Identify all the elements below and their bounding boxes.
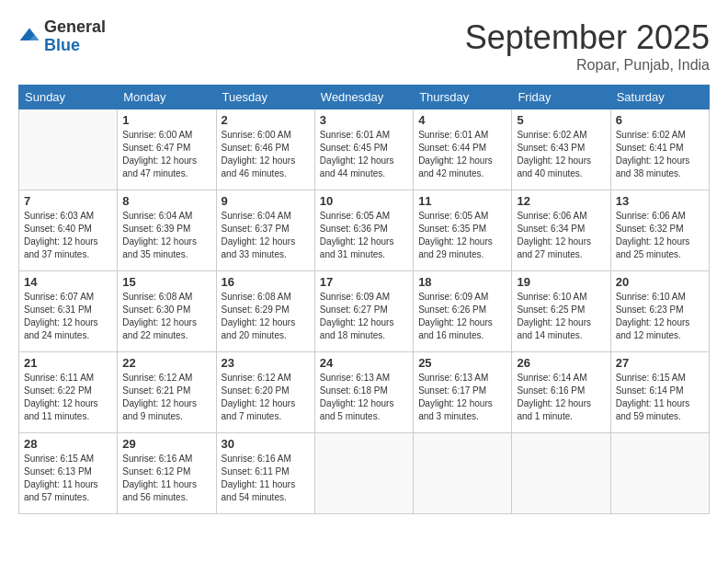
calendar-header-row: SundayMondayTuesdayWednesdayThursdayFrid… bbox=[19, 86, 710, 109]
day-number: 6 bbox=[616, 113, 704, 127]
calendar-cell bbox=[19, 109, 118, 190]
day-number: 7 bbox=[24, 194, 112, 208]
day-info: Sunrise: 6:01 AM Sunset: 6:45 PM Dayligh… bbox=[320, 129, 408, 180]
calendar-header-wednesday: Wednesday bbox=[314, 86, 413, 109]
day-info: Sunrise: 6:07 AM Sunset: 6:31 PM Dayligh… bbox=[24, 291, 112, 342]
calendar-week-0: 1Sunrise: 6:00 AM Sunset: 6:47 PM Daylig… bbox=[19, 109, 710, 190]
day-info: Sunrise: 6:05 AM Sunset: 6:36 PM Dayligh… bbox=[320, 210, 408, 261]
day-info: Sunrise: 6:02 AM Sunset: 6:41 PM Dayligh… bbox=[616, 129, 704, 180]
day-number: 22 bbox=[122, 356, 210, 370]
calendar-cell: 26Sunrise: 6:14 AM Sunset: 6:16 PM Dayli… bbox=[512, 352, 610, 433]
day-info: Sunrise: 6:01 AM Sunset: 6:44 PM Dayligh… bbox=[418, 129, 506, 180]
day-info: Sunrise: 6:16 AM Sunset: 6:12 PM Dayligh… bbox=[122, 453, 210, 504]
calendar-week-4: 28Sunrise: 6:15 AM Sunset: 6:13 PM Dayli… bbox=[19, 433, 710, 514]
day-number: 17 bbox=[320, 275, 408, 289]
day-number: 20 bbox=[616, 275, 704, 289]
calendar-header-saturday: Saturday bbox=[610, 86, 709, 109]
day-info: Sunrise: 6:05 AM Sunset: 6:35 PM Dayligh… bbox=[418, 210, 506, 261]
calendar-week-3: 21Sunrise: 6:11 AM Sunset: 6:22 PM Dayli… bbox=[19, 352, 710, 433]
calendar-cell: 22Sunrise: 6:12 AM Sunset: 6:21 PM Dayli… bbox=[118, 352, 216, 433]
day-number: 25 bbox=[418, 356, 506, 370]
day-number: 14 bbox=[24, 275, 112, 289]
day-number: 8 bbox=[122, 194, 210, 208]
day-info: Sunrise: 6:08 AM Sunset: 6:30 PM Dayligh… bbox=[122, 291, 210, 342]
day-info: Sunrise: 6:06 AM Sunset: 6:34 PM Dayligh… bbox=[517, 210, 605, 261]
calendar-cell: 12Sunrise: 6:06 AM Sunset: 6:34 PM Dayli… bbox=[512, 190, 610, 271]
calendar-cell: 14Sunrise: 6:07 AM Sunset: 6:31 PM Dayli… bbox=[19, 271, 118, 352]
day-number: 27 bbox=[616, 356, 704, 370]
logo-general-text: General bbox=[44, 18, 106, 37]
calendar-header-sunday: Sunday bbox=[19, 86, 118, 109]
day-info: Sunrise: 6:09 AM Sunset: 6:27 PM Dayligh… bbox=[320, 291, 408, 342]
day-number: 16 bbox=[222, 275, 310, 289]
day-info: Sunrise: 6:12 AM Sunset: 6:21 PM Dayligh… bbox=[122, 372, 210, 423]
calendar-header-tuesday: Tuesday bbox=[216, 86, 314, 109]
calendar-cell: 17Sunrise: 6:09 AM Sunset: 6:27 PM Dayli… bbox=[314, 271, 413, 352]
calendar-cell: 27Sunrise: 6:15 AM Sunset: 6:14 PM Dayli… bbox=[610, 352, 709, 433]
calendar-cell: 20Sunrise: 6:10 AM Sunset: 6:23 PM Dayli… bbox=[610, 271, 709, 352]
day-info: Sunrise: 6:00 AM Sunset: 6:46 PM Dayligh… bbox=[222, 129, 310, 180]
calendar-cell: 25Sunrise: 6:13 AM Sunset: 6:17 PM Dayli… bbox=[414, 352, 512, 433]
day-info: Sunrise: 6:00 AM Sunset: 6:47 PM Dayligh… bbox=[122, 129, 210, 180]
calendar-cell: 2Sunrise: 6:00 AM Sunset: 6:46 PM Daylig… bbox=[216, 109, 314, 190]
day-info: Sunrise: 6:14 AM Sunset: 6:16 PM Dayligh… bbox=[517, 372, 605, 423]
location: Ropar, Punjab, India bbox=[465, 57, 710, 74]
calendar-cell bbox=[314, 433, 413, 514]
calendar-cell bbox=[414, 433, 512, 514]
day-number: 24 bbox=[320, 356, 408, 370]
calendar-cell: 24Sunrise: 6:13 AM Sunset: 6:18 PM Dayli… bbox=[314, 352, 413, 433]
day-number: 3 bbox=[320, 113, 408, 127]
day-info: Sunrise: 6:04 AM Sunset: 6:37 PM Dayligh… bbox=[222, 210, 310, 261]
day-number: 2 bbox=[222, 113, 310, 127]
calendar-cell: 6Sunrise: 6:02 AM Sunset: 6:41 PM Daylig… bbox=[610, 109, 709, 190]
calendar-header-monday: Monday bbox=[118, 86, 216, 109]
calendar-cell: 30Sunrise: 6:16 AM Sunset: 6:11 PM Dayli… bbox=[216, 433, 314, 514]
calendar-header-thursday: Thursday bbox=[414, 86, 512, 109]
calendar-cell: 4Sunrise: 6:01 AM Sunset: 6:44 PM Daylig… bbox=[414, 109, 512, 190]
day-number: 13 bbox=[616, 194, 704, 208]
calendar-week-1: 7Sunrise: 6:03 AM Sunset: 6:40 PM Daylig… bbox=[19, 190, 710, 271]
day-info: Sunrise: 6:11 AM Sunset: 6:22 PM Dayligh… bbox=[24, 372, 112, 423]
title-block: September 2025 Ropar, Punjab, India bbox=[465, 18, 710, 74]
day-info: Sunrise: 6:15 AM Sunset: 6:13 PM Dayligh… bbox=[24, 453, 112, 504]
header: General Blue September 2025 Ropar, Punja… bbox=[18, 18, 710, 74]
calendar-cell: 7Sunrise: 6:03 AM Sunset: 6:40 PM Daylig… bbox=[19, 190, 118, 271]
calendar-cell: 10Sunrise: 6:05 AM Sunset: 6:36 PM Dayli… bbox=[314, 190, 413, 271]
calendar-cell: 28Sunrise: 6:15 AM Sunset: 6:13 PM Dayli… bbox=[19, 433, 118, 514]
day-info: Sunrise: 6:16 AM Sunset: 6:11 PM Dayligh… bbox=[222, 453, 310, 504]
day-number: 30 bbox=[222, 437, 310, 451]
calendar-cell: 9Sunrise: 6:04 AM Sunset: 6:37 PM Daylig… bbox=[216, 190, 314, 271]
calendar-cell: 5Sunrise: 6:02 AM Sunset: 6:43 PM Daylig… bbox=[512, 109, 610, 190]
calendar-cell: 29Sunrise: 6:16 AM Sunset: 6:12 PM Dayli… bbox=[118, 433, 216, 514]
day-number: 21 bbox=[24, 356, 112, 370]
logo: General Blue bbox=[18, 18, 106, 55]
day-number: 29 bbox=[122, 437, 210, 451]
calendar-cell: 19Sunrise: 6:10 AM Sunset: 6:25 PM Dayli… bbox=[512, 271, 610, 352]
day-number: 1 bbox=[122, 113, 210, 127]
day-info: Sunrise: 6:04 AM Sunset: 6:39 PM Dayligh… bbox=[122, 210, 210, 261]
calendar-cell: 21Sunrise: 6:11 AM Sunset: 6:22 PM Dayli… bbox=[19, 352, 118, 433]
day-info: Sunrise: 6:15 AM Sunset: 6:14 PM Dayligh… bbox=[616, 372, 704, 423]
day-info: Sunrise: 6:02 AM Sunset: 6:43 PM Dayligh… bbox=[517, 129, 605, 180]
calendar-week-2: 14Sunrise: 6:07 AM Sunset: 6:31 PM Dayli… bbox=[19, 271, 710, 352]
calendar-cell bbox=[610, 433, 709, 514]
day-number: 9 bbox=[222, 194, 310, 208]
day-info: Sunrise: 6:13 AM Sunset: 6:18 PM Dayligh… bbox=[320, 372, 408, 423]
day-number: 10 bbox=[320, 194, 408, 208]
day-number: 28 bbox=[24, 437, 112, 451]
month-title: September 2025 bbox=[465, 18, 710, 57]
calendar-cell: 15Sunrise: 6:08 AM Sunset: 6:30 PM Dayli… bbox=[118, 271, 216, 352]
calendar-cell: 1Sunrise: 6:00 AM Sunset: 6:47 PM Daylig… bbox=[118, 109, 216, 190]
day-info: Sunrise: 6:10 AM Sunset: 6:23 PM Dayligh… bbox=[616, 291, 704, 342]
day-number: 19 bbox=[517, 275, 605, 289]
calendar-cell: 8Sunrise: 6:04 AM Sunset: 6:39 PM Daylig… bbox=[118, 190, 216, 271]
day-number: 11 bbox=[418, 194, 506, 208]
day-info: Sunrise: 6:08 AM Sunset: 6:29 PM Dayligh… bbox=[222, 291, 310, 342]
day-info: Sunrise: 6:12 AM Sunset: 6:20 PM Dayligh… bbox=[222, 372, 310, 423]
day-info: Sunrise: 6:06 AM Sunset: 6:32 PM Dayligh… bbox=[616, 210, 704, 261]
day-info: Sunrise: 6:10 AM Sunset: 6:25 PM Dayligh… bbox=[517, 291, 605, 342]
day-info: Sunrise: 6:03 AM Sunset: 6:40 PM Dayligh… bbox=[24, 210, 112, 261]
day-number: 4 bbox=[418, 113, 506, 127]
day-number: 23 bbox=[222, 356, 310, 370]
day-info: Sunrise: 6:09 AM Sunset: 6:26 PM Dayligh… bbox=[418, 291, 506, 342]
